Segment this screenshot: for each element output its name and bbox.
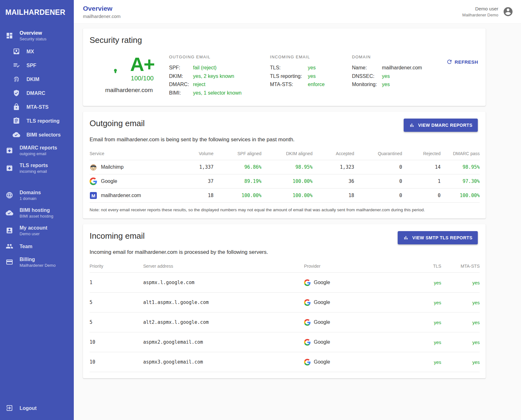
cloud-check-icon xyxy=(6,209,13,217)
user-name: Demo user xyxy=(462,6,498,11)
account-circle-icon[interactable] xyxy=(503,6,513,17)
google-icon xyxy=(90,178,97,185)
table-row: Google 37 89.19% 100.00% 36 0 1 97.30% xyxy=(90,174,480,189)
sidebar-item-dmarc[interactable]: DMARC xyxy=(0,86,74,100)
sidebar-item-team[interactable]: Team xyxy=(0,239,74,253)
sidebar-item-logout[interactable]: Logout xyxy=(0,401,74,415)
incoming-email-column: INCOMING EMAIL TLS:yes TLS reporting:yes… xyxy=(270,55,352,97)
dashboard-icon xyxy=(6,32,13,39)
security-grade: A+ xyxy=(130,55,155,74)
dnssec-status: yes xyxy=(382,72,390,81)
incoming-email-description: Incoming email for mailhardener.com is p… xyxy=(90,249,478,255)
sidebar: MAILHARDENER OverviewSecurity status MX … xyxy=(0,0,74,420)
archive-icon xyxy=(6,164,13,172)
view-dmarc-reports-button[interactable]: VIEW DMARC REPORTS xyxy=(404,119,478,132)
monitoring-status: yes xyxy=(382,80,390,89)
table-row: 5 alt1.aspmx.l.google.com Google yes yes xyxy=(90,293,480,312)
sidebar-item-tls-reports[interactable]: TLS reportsincoming email xyxy=(0,159,74,177)
google-icon xyxy=(304,299,311,306)
incoming-servers-table: Priority Server address Provider TLS MTA… xyxy=(90,260,480,372)
sidebar-item-overview[interactable]: OverviewSecurity status xyxy=(0,27,74,44)
mailhardener-icon xyxy=(90,192,97,199)
table-row: Mailchimp 1,337 96.86% 98.95% 1,323 0 14… xyxy=(90,160,480,174)
outgoing-email-column: OUTGOING EMAIL SPF:fail (reject) DKIM:ye… xyxy=(169,55,270,97)
google-icon xyxy=(304,339,311,346)
sidebar-item-billing[interactable]: BillingMailhardener Demo xyxy=(0,253,74,271)
table-row: mailhardener.com 18 100.00% 100.00% 18 0… xyxy=(90,189,480,203)
top-bar: Overview mailhardener.com Demo user Mail… xyxy=(74,0,521,24)
sidebar-item-tls-reporting[interactable]: TLS reporting xyxy=(0,114,74,128)
outgoing-email-card: Outgoing email VIEW DMARC REPORTS Email … xyxy=(83,112,486,219)
google-icon xyxy=(304,319,311,326)
outgoing-services-table: Service Volume SPF aligned DKIM aligned … xyxy=(90,148,480,203)
sidebar-item-my-account[interactable]: My accountDemo user xyxy=(0,222,74,239)
globe-icon xyxy=(6,191,13,199)
sidebar-item-bimi-selectors[interactable]: BIMI selectors xyxy=(0,128,74,142)
bimi-status: yes, 1 selector known xyxy=(193,89,242,97)
sidebar-item-bimi-hosting[interactable]: BIMI hostingBIMI asset hosting xyxy=(0,204,74,222)
refresh-button[interactable]: REFRESH xyxy=(446,59,478,65)
account-box-icon xyxy=(6,227,13,234)
page-title: Overview xyxy=(83,5,120,12)
credit-card-icon xyxy=(6,258,13,266)
bar-chart-icon xyxy=(409,122,415,128)
logout-icon xyxy=(6,404,13,412)
sidebar-item-spf[interactable]: SPF xyxy=(0,58,74,72)
lock-icon xyxy=(13,103,20,111)
sidebar-item-mx[interactable]: MX xyxy=(0,44,74,58)
outgoing-email-description: Email from mailhardener.com is being sen… xyxy=(90,137,478,143)
table-row: 10 aspmx2.googlemail.com Google yes yes xyxy=(90,332,480,352)
cloud-check-icon xyxy=(13,131,20,138)
mta-sts-status: enforce xyxy=(308,80,325,89)
table-row: 10 aspmx3.googlemail.com Google yes yes xyxy=(90,352,480,372)
security-shield-icon xyxy=(104,55,127,82)
page-subtitle: mailhardener.com xyxy=(83,14,120,19)
mailchimp-icon xyxy=(90,163,97,171)
refresh-icon xyxy=(446,59,453,65)
group-icon xyxy=(6,242,13,250)
sidebar-item-domains[interactable]: Domains1 domain xyxy=(0,186,74,204)
spf-status: fail (reject) xyxy=(193,64,217,72)
tls-status: yes xyxy=(308,64,316,72)
sidebar-item-mta-sts[interactable]: MTA-STS xyxy=(0,100,74,114)
google-icon xyxy=(304,359,311,365)
view-smtp-tls-reports-button[interactable]: VIEW SMTP TLS REPORTS xyxy=(398,231,478,244)
table-row: 5 alt2.aspmx.l.google.com Google yes yes xyxy=(90,312,480,332)
dkim-status: yes, 2 keys known xyxy=(193,72,234,81)
tls-reporting-status: yes xyxy=(308,72,316,81)
inbox-arrow-icon xyxy=(13,48,20,55)
security-score: 100/100 xyxy=(130,75,155,82)
google-icon xyxy=(304,279,311,286)
fingerprint-icon xyxy=(13,75,20,83)
clipboard-icon xyxy=(13,117,20,125)
incoming-email-card: Incoming email VIEW SMTP TLS REPORTS Inc… xyxy=(83,224,486,378)
playlist-check-icon xyxy=(13,61,20,69)
table-row: 1 aspmx.l.google.com Google yes yes xyxy=(90,273,480,293)
unarchive-icon xyxy=(6,147,13,154)
security-rating-card: Security rating REFRESH A+ 100/100 mailh… xyxy=(83,28,486,106)
shield-check-icon xyxy=(13,89,20,97)
security-domain: mailhardener.com xyxy=(90,87,168,94)
sidebar-item-dkim[interactable]: DKIM xyxy=(0,72,74,86)
domain-column: DOMAIN Name:mailhardener.com DNSSEC:yes … xyxy=(352,55,447,97)
bar-chart-icon xyxy=(403,235,409,241)
app-logo: MAILHARDENER xyxy=(0,0,74,20)
outgoing-email-note: Note: not every email receiver reports t… xyxy=(90,207,478,212)
user-organization: Mailhardener Demo xyxy=(462,13,498,17)
sidebar-item-dmarc-reports[interactable]: DMARC reportsoutgoing email xyxy=(0,142,74,159)
dmarc-status: reject xyxy=(193,80,205,89)
domain-name: mailhardener.com xyxy=(382,64,422,72)
security-rating-title: Security rating xyxy=(90,35,478,45)
